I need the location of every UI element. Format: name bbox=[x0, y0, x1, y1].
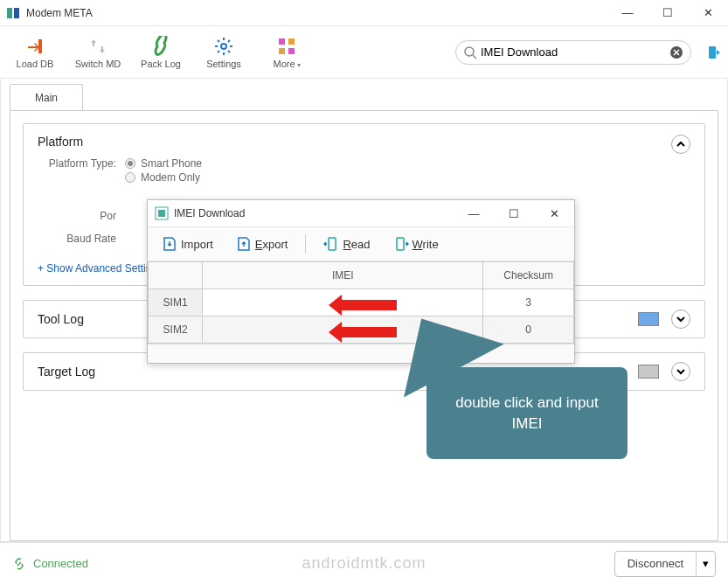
tool-log-title: Tool Log bbox=[38, 312, 134, 326]
target-log-collapse-button[interactable] bbox=[671, 362, 690, 381]
load-db-button[interactable]: Load DB bbox=[7, 30, 63, 75]
radio-modem-only[interactable] bbox=[125, 172, 135, 183]
svg-rect-0 bbox=[7, 8, 12, 18]
col-checksum-header: Checksum bbox=[483, 262, 574, 289]
import-icon bbox=[162, 236, 177, 252]
help-icon[interactable] bbox=[707, 45, 721, 59]
sim1-label: SIM1 bbox=[149, 289, 203, 316]
read-icon bbox=[323, 236, 339, 252]
more-icon bbox=[276, 36, 297, 57]
sim2-checksum: 0 bbox=[483, 316, 574, 344]
table-row: SIM2 0 bbox=[149, 316, 574, 344]
main-window-titlebar: Modem META — ☐ ✕ bbox=[0, 0, 728, 26]
svg-rect-6 bbox=[279, 48, 285, 54]
svg-rect-4 bbox=[279, 38, 285, 45]
imei-download-dialog: IMEI Download — ☐ ✕ Import Export Read W… bbox=[147, 199, 575, 364]
export-icon bbox=[236, 236, 252, 252]
clear-icon[interactable] bbox=[669, 45, 683, 59]
disconnect-split-button[interactable]: ▾ bbox=[696, 552, 715, 576]
imei-table: IMEI Checksum SIM1 3 SIM2 bbox=[148, 261, 574, 344]
platform-title: Platform bbox=[38, 135, 671, 149]
pack-log-label: Pack Log bbox=[141, 59, 181, 69]
caret-down-icon: ▾ bbox=[297, 61, 301, 69]
svg-point-3 bbox=[221, 44, 226, 49]
window-controls: — ☐ ✕ bbox=[607, 0, 728, 26]
target-log-color-swatch[interactable] bbox=[638, 365, 659, 379]
sim2-label: SIM2 bbox=[149, 316, 203, 344]
smart-phone-label: Smart Phone bbox=[141, 157, 202, 170]
dialog-title: IMEI Download bbox=[174, 207, 245, 219]
platform-collapse-button[interactable] bbox=[671, 135, 690, 154]
more-label: More bbox=[273, 59, 295, 69]
svg-rect-15 bbox=[397, 238, 404, 250]
dialog-close-button[interactable]: ✕ bbox=[534, 200, 574, 226]
col-sim-header bbox=[149, 262, 203, 289]
load-db-label: Load DB bbox=[17, 59, 54, 69]
svg-rect-1 bbox=[14, 8, 19, 18]
sim2-imei-cell[interactable] bbox=[203, 316, 483, 344]
link-icon bbox=[12, 557, 26, 571]
import-button[interactable]: Import bbox=[153, 233, 222, 255]
maximize-button[interactable]: ☐ bbox=[648, 0, 688, 26]
main-toolbar: Load DB Switch MD Pack Log Settings More… bbox=[0, 26, 728, 79]
dialog-maximize-button[interactable]: ☐ bbox=[494, 200, 534, 226]
export-button[interactable]: Export bbox=[227, 233, 297, 255]
settings-button[interactable]: Settings bbox=[196, 30, 252, 75]
switch-md-button[interactable]: Switch MD bbox=[70, 30, 126, 75]
read-button[interactable]: Read bbox=[315, 233, 378, 255]
sim1-imei-cell[interactable] bbox=[203, 289, 483, 316]
statusbar: Connected androidmtk.com Disconnect ▾ bbox=[0, 542, 728, 584]
pack-log-icon bbox=[150, 36, 171, 57]
sim1-checksum: 3 bbox=[483, 289, 574, 316]
write-icon bbox=[393, 236, 409, 252]
more-button[interactable]: More▾ bbox=[259, 30, 315, 75]
gear-icon bbox=[213, 36, 234, 57]
tab-bar: Main bbox=[10, 84, 718, 111]
svg-rect-13 bbox=[158, 210, 165, 217]
target-log-title: Target Log bbox=[38, 365, 134, 379]
load-db-icon bbox=[24, 36, 45, 57]
radio-smart-phone[interactable] bbox=[125, 158, 135, 169]
tool-log-collapse-button[interactable] bbox=[671, 309, 690, 329]
settings-label: Settings bbox=[206, 59, 241, 69]
search-icon bbox=[463, 45, 477, 59]
dialog-toolbar: Import Export Read Write bbox=[148, 226, 574, 261]
window-title: Modem META bbox=[26, 7, 93, 19]
toolbar-divider bbox=[305, 234, 306, 254]
switch-md-icon bbox=[87, 36, 108, 57]
disconnect-button-group: Disconnect ▾ bbox=[614, 551, 716, 577]
disconnect-button[interactable]: Disconnect bbox=[615, 552, 696, 576]
port-label: Por bbox=[38, 210, 116, 222]
svg-rect-7 bbox=[288, 48, 295, 54]
baud-label: Baud Rate bbox=[38, 233, 116, 245]
svg-point-8 bbox=[465, 47, 474, 56]
platform-type-label: Platform Type: bbox=[38, 157, 116, 170]
svg-rect-5 bbox=[288, 38, 295, 45]
connection-status: Connected bbox=[12, 557, 88, 571]
col-imei-header: IMEI bbox=[203, 262, 483, 289]
svg-line-9 bbox=[473, 55, 476, 59]
dialog-titlebar: IMEI Download — ☐ ✕ bbox=[148, 200, 574, 226]
dialog-icon bbox=[155, 206, 169, 220]
search-box[interactable] bbox=[455, 40, 691, 65]
tab-main[interactable]: Main bbox=[10, 84, 83, 111]
minimize-button[interactable]: — bbox=[607, 0, 648, 26]
svg-rect-2 bbox=[38, 39, 42, 53]
watermark: androidmtk.com bbox=[302, 554, 426, 573]
write-button[interactable]: Write bbox=[385, 233, 447, 255]
pack-log-button[interactable]: Pack Log bbox=[133, 30, 189, 75]
search-input[interactable] bbox=[477, 45, 669, 59]
svg-rect-14 bbox=[329, 238, 336, 250]
table-row: SIM1 3 bbox=[149, 289, 574, 316]
modem-only-label: Modem Only bbox=[141, 171, 200, 184]
app-logo-icon bbox=[7, 6, 21, 20]
close-button[interactable]: ✕ bbox=[688, 0, 728, 26]
svg-rect-11 bbox=[709, 46, 716, 59]
tool-log-color-swatch[interactable] bbox=[638, 312, 659, 326]
switch-md-label: Switch MD bbox=[75, 59, 121, 69]
dialog-minimize-button[interactable]: — bbox=[454, 200, 494, 226]
dialog-statusbar bbox=[148, 344, 574, 363]
